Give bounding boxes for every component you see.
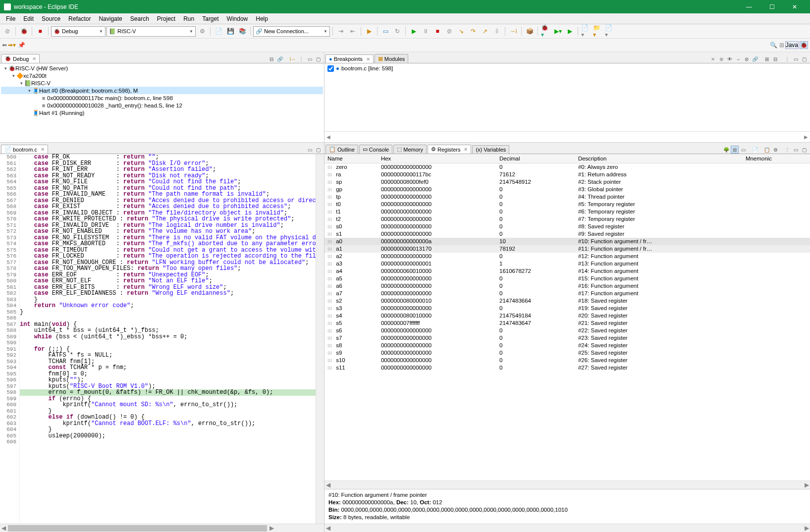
menu-file[interactable]: File — [2, 14, 19, 23]
register-row[interactable]: ⁞⁞⁞ zero00000000000000000#0: Always zero — [324, 163, 810, 171]
remove-all-bp-button[interactable]: ⊗ — [717, 55, 725, 63]
debug-button[interactable]: 🐞 — [18, 26, 29, 37]
coverage-button[interactable]: ▶ — [564, 26, 575, 37]
breakpoints-list[interactable]: ● bootrom.c [line: 598] — [324, 63, 810, 131]
maximize-reg-button[interactable]: ▢ — [800, 146, 808, 154]
breakpoint-checkbox[interactable] — [327, 65, 334, 72]
drop-frame-button[interactable]: ⇩ — [491, 26, 502, 37]
bp-menu-button[interactable]: ⋮ — [783, 55, 791, 63]
register-row[interactable]: ⁞⁞⁞ gp00000000000000000#3: Global pointe… — [324, 186, 810, 193]
debug-tree-item[interactable]: ▾🔶xc7a200t — [1, 72, 323, 79]
debug-perspective-button[interactable]: 🐞 — [800, 41, 808, 49]
layout-button[interactable]: ▭ — [739, 146, 747, 154]
tree-button[interactable]: 🌳 — [722, 146, 730, 154]
breakpoints-tab[interactable]: ● Breakpoints ✕ — [325, 54, 374, 63]
editor-hscrollbar[interactable]: ◀ ▶ — [0, 524, 324, 532]
tab-console[interactable]: ▭Console — [359, 145, 392, 154]
register-row[interactable]: ⁞⁞⁞ s900000000000000000#25: Saved regist… — [324, 349, 810, 357]
register-row[interactable]: ⁞⁞⁞ s000000000000000000#8: Saved registe… — [324, 223, 810, 230]
editor-vscrollbar[interactable] — [316, 154, 324, 524]
maximize-view-button[interactable]: ▢ — [314, 55, 322, 63]
menu-window[interactable]: Window — [223, 14, 252, 23]
grid-button[interactable]: ⊞ — [731, 146, 739, 154]
save-all-button[interactable]: 📚 — [237, 26, 248, 37]
register-row[interactable]: ⁞⁞⁞ s800000000000000000#24: Saved regist… — [324, 342, 810, 349]
register-row[interactable]: ⁞⁞⁞ a500000000000000000#15: Function arg… — [324, 275, 810, 282]
minimize-reg-button[interactable]: ▭ — [792, 146, 800, 154]
menu-source[interactable]: Source — [38, 14, 64, 23]
menu-refactor[interactable]: Refactor — [64, 14, 95, 23]
link-bp-button[interactable]: 🔗 — [751, 55, 759, 63]
search-button[interactable]: 🔍 — [770, 42, 777, 49]
debug-tree-item[interactable]: ▾📗RISC-V — [1, 79, 323, 87]
close-icon[interactable]: ✕ — [32, 56, 36, 61]
save-button[interactable]: 💾 — [225, 26, 236, 37]
register-row[interactable]: ⁞⁞⁞ a1000000000001317078192#11: Function… — [324, 245, 810, 253]
register-row[interactable]: ⁞⁞⁞ tp00000000000000000#4: Thread pointe… — [324, 193, 810, 201]
debug-tree-panel[interactable]: ▾🐞RISC-V (HW Server)▾🔶xc7a200t▾📗RISC-V▾🧵… — [0, 63, 324, 143]
code-editor[interactable]: 5605615625635645655665675685695705715725… — [0, 154, 324, 524]
close-button[interactable]: ✕ — [783, 0, 806, 13]
register-row[interactable]: ⁞⁞⁞ s200000000800000102147483664#18: Sav… — [324, 297, 810, 305]
register-row[interactable]: ⁞⁞⁞ t000000000000000000#5: Temporary reg… — [324, 201, 810, 208]
register-row[interactable]: ⁞⁞⁞ s400000000800100002147549184#20: Sav… — [324, 312, 810, 319]
terminal-button[interactable]: ▭ — [380, 26, 391, 37]
register-row[interactable]: ⁞⁞⁞ s600000000000000000#22: Saved regist… — [324, 327, 810, 334]
tab-memory[interactable]: ⬚Memory — [393, 145, 427, 154]
close-icon[interactable]: ✕ — [366, 56, 370, 62]
modules-tab[interactable]: ▦ Modules — [375, 54, 409, 63]
debug-tab[interactable]: 🐞 Debug ✕ — [1, 54, 40, 63]
new-button[interactable]: 📄 — [213, 26, 224, 37]
menu-help[interactable]: Help — [252, 14, 272, 23]
register-column-header[interactable]: Name — [324, 154, 378, 163]
goto-bp-button[interactable]: → — [734, 55, 742, 63]
refresh-button[interactable]: ↻ — [392, 26, 403, 37]
register-row[interactable]: ⁞⁞⁞ sp000000008000fef02147548912#2: Stac… — [324, 178, 810, 186]
register-row[interactable]: ⁞⁞⁞ s100000000000000000#9: Saved registe… — [324, 230, 810, 238]
nav-back-button[interactable]: ⬅ — [2, 42, 7, 49]
reg-menu-button[interactable]: ⋮ — [783, 146, 791, 154]
target-settings-button[interactable]: ⚙ — [197, 26, 208, 37]
menu-target[interactable]: Target — [198, 14, 222, 23]
skip-breakpoints-button[interactable]: ⊘ — [2, 26, 13, 37]
maximize-button[interactable]: ☐ — [760, 0, 783, 13]
new-class-button[interactable]: 📄▾ — [581, 26, 592, 37]
menu-project[interactable]: Project — [153, 14, 179, 23]
debug-tree-item[interactable]: ≡0x0000000000010028 _hart0_entry(): head… — [1, 102, 323, 109]
step-over-button[interactable]: ↷ — [468, 26, 479, 37]
remove-bp-button[interactable]: ✕ — [709, 55, 717, 63]
editor-tab[interactable]: 📄 bootrom.c ✕ — [1, 145, 48, 154]
register-row[interactable]: ⁞⁞⁞ s700000000000000000#23: Saved regist… — [324, 334, 810, 342]
maximize-editor-button[interactable]: ▢ — [314, 146, 322, 154]
resume-button[interactable]: ▶ — [364, 26, 375, 37]
open-perspective-button[interactable]: ⊞ — [779, 42, 784, 49]
step-into-button[interactable]: ↘ — [456, 26, 467, 37]
pin-button[interactable]: 📌 — [18, 42, 25, 49]
expand-bp-button[interactable]: ⊞ — [763, 55, 771, 63]
run-to-button[interactable]: →i — [508, 26, 519, 37]
minimize-view-button[interactable]: ▭ — [306, 55, 314, 63]
reconnect-button[interactable]: ⇤ — [347, 26, 358, 37]
collapse-bp-button[interactable]: ⊟ — [771, 55, 779, 63]
register-column-header[interactable]: Description — [575, 154, 743, 163]
registers-hscrollbar[interactable]: ◀ ▶ — [324, 480, 810, 489]
stop2-button[interactable]: ■ — [432, 26, 443, 37]
register-row[interactable]: ⁞⁞⁞ ra00000000000117bc71612#1: Return ad… — [324, 171, 810, 178]
view-menu-button[interactable]: ⋮ — [297, 55, 305, 63]
stop-button[interactable]: ■ — [35, 26, 46, 37]
registers-detail-hscrollbar[interactable]: ◀ ▶ — [324, 524, 810, 532]
register-row[interactable]: ⁞⁞⁞ s1100000000000000000#27: Saved regis… — [324, 364, 810, 372]
register-row[interactable]: ⁞⁞⁞ s5000000007fffffff2147483647#21: Sav… — [324, 319, 810, 327]
debug-dropdown-button[interactable]: 🐞▾ — [540, 26, 551, 37]
new-package-button[interactable]: 📦 — [524, 26, 535, 37]
debug-thread-button[interactable]: i→ — [289, 55, 297, 63]
step-return-button[interactable]: ↗ — [480, 26, 490, 37]
nav-fwd-button[interactable]: ➡▾ — [8, 42, 16, 49]
launch-config-combo[interactable]: 🐞 Debug▼ — [51, 26, 106, 37]
tab-outline[interactable]: 📋Outline — [325, 145, 358, 154]
debug-tree-item[interactable]: ▾🧵Hart #0 (Breakpoint: bootrom.c:598), M — [1, 87, 323, 94]
show-bp-button[interactable]: 👁 — [726, 55, 734, 63]
register-row[interactable]: ⁞⁞⁞ a300000000000000011#13: Function arg… — [324, 260, 810, 267]
register-column-header[interactable]: Mnemonic — [743, 154, 810, 163]
new-file-button[interactable]: 📄▾ — [604, 26, 615, 37]
